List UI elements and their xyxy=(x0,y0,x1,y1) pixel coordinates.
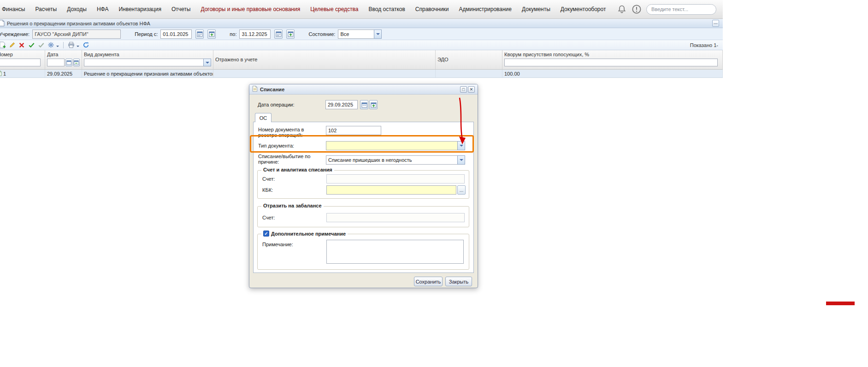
state-label: Состояние: xyxy=(308,31,335,37)
calendar-icon[interactable] xyxy=(360,100,368,109)
cell-quorum[interactable]: 100.00 xyxy=(502,70,723,77)
period-from-input[interactable] xyxy=(160,30,192,39)
chevron-down-icon[interactable] xyxy=(77,46,79,48)
application: Финансы Расчеты Доходы НФА Инвентаризаци… xyxy=(0,0,723,78)
dialog-header[interactable]: Списание □ ✕ xyxy=(249,84,478,95)
grid-header: Номер Дата Вид документа xyxy=(0,50,723,70)
chevron-down-icon[interactable] xyxy=(457,141,465,150)
operation-date-input[interactable] xyxy=(325,100,358,109)
chevron-down-icon[interactable] xyxy=(203,59,211,66)
period-to-input[interactable] xyxy=(239,30,271,39)
quorum-filter-input[interactable] xyxy=(504,59,718,66)
save-button[interactable]: Сохранить xyxy=(414,277,443,286)
institution-label: Учреждение: xyxy=(0,31,30,37)
kbk-input[interactable] xyxy=(326,185,456,195)
maximize-icon[interactable]: □ xyxy=(460,86,467,93)
column-date[interactable]: Дата xyxy=(45,50,82,69)
collapse-panel-button[interactable]: — xyxy=(712,20,719,27)
state-value[interactable] xyxy=(338,30,374,39)
lookup-dots-icon[interactable]: ... xyxy=(457,185,466,195)
chevron-down-icon[interactable] xyxy=(457,155,465,165)
close-icon[interactable]: ✕ xyxy=(468,86,475,93)
menu-administrirovanie[interactable]: Администрирование xyxy=(459,6,512,12)
offbalance-group: Отразить на забалансе Счет: xyxy=(257,206,469,227)
approve-icon[interactable] xyxy=(27,41,35,49)
offbalance-account-input[interactable] xyxy=(326,213,465,222)
document-icon xyxy=(0,20,5,27)
operation-date-label: Дата операции: xyxy=(258,102,295,107)
annotation-mark xyxy=(826,302,855,305)
writeoff-reason-input[interactable] xyxy=(326,155,457,165)
menu-finansy[interactable]: Финансы xyxy=(2,6,25,12)
doc-type-combobox[interactable] xyxy=(326,141,465,150)
dialog-title: Списание xyxy=(260,87,284,92)
note-legend: Дополнительное примечание xyxy=(271,231,346,237)
period-from-label: Период с: xyxy=(135,31,158,37)
account-label: Счет: xyxy=(262,176,275,182)
cell-number[interactable]: 1 xyxy=(0,70,45,77)
calendar-icon[interactable] xyxy=(195,30,204,39)
note-checkbox[interactable] xyxy=(263,231,269,237)
note-textarea[interactable] xyxy=(326,240,464,264)
menu-raschety[interactable]: Расчеты xyxy=(35,6,57,12)
cell-date[interactable]: 29.09.2025 xyxy=(45,70,82,77)
calendar-refresh-icon[interactable] xyxy=(286,30,295,39)
menu-dokumentooborot[interactable]: Документооборот xyxy=(561,6,606,12)
doc-kind-filter-input[interactable] xyxy=(84,59,203,66)
column-doc-kind[interactable]: Вид документа xyxy=(82,50,213,69)
calendar-refresh-icon[interactable] xyxy=(73,59,80,66)
institution-input[interactable] xyxy=(32,30,121,39)
state-combobox[interactable] xyxy=(338,30,382,39)
doc-type-input[interactable] xyxy=(326,141,457,150)
column-edo[interactable]: ЭДО xyxy=(436,50,502,69)
menu-dokhody[interactable]: Доходы xyxy=(67,6,87,12)
column-quorum[interactable]: Кворум присутствия голосующих, % xyxy=(502,50,723,69)
account-analytics-legend: Счет и аналитика списания xyxy=(261,167,334,172)
refresh-icon[interactable] xyxy=(82,41,90,49)
grid-toolbar: Показано 1- xyxy=(0,40,723,50)
period-to-label: по: xyxy=(230,31,236,37)
confirm-icon[interactable] xyxy=(37,41,45,49)
tab-os[interactable]: ОС xyxy=(255,113,272,122)
number-filter-input[interactable] xyxy=(0,59,41,66)
add-icon[interactable] xyxy=(0,41,6,49)
search-input[interactable] xyxy=(646,4,716,15)
cell-edo[interactable] xyxy=(436,70,502,77)
column-reflected[interactable]: Отражено в учете xyxy=(213,50,436,69)
menu-spravochniki[interactable]: Справочники xyxy=(415,6,449,12)
menu-otchety[interactable]: Отчеты xyxy=(171,6,190,12)
account-input[interactable] xyxy=(326,174,465,184)
menu-inventarizatsiya[interactable]: Инвентаризация xyxy=(118,6,161,12)
column-number[interactable]: Номер xyxy=(0,50,45,69)
cell-reflected[interactable] xyxy=(213,70,436,77)
shown-count-text: Показано 1- xyxy=(690,42,720,48)
date-filter-input[interactable] xyxy=(47,59,65,66)
offbalance-account-label: Счет: xyxy=(262,215,275,220)
cell-doc-kind[interactable]: Решение о прекращении признания активами… xyxy=(82,70,213,77)
menu-nfa[interactable]: НФА xyxy=(97,6,109,12)
writeoff-reason-combobox[interactable] xyxy=(326,155,465,165)
row-document-icon xyxy=(0,71,2,77)
calendar-refresh-icon[interactable] xyxy=(207,30,216,39)
bell-icon[interactable] xyxy=(617,4,627,14)
calendar-icon[interactable] xyxy=(274,30,283,39)
menu-tselevye-sredstva[interactable]: Целевые средства xyxy=(310,6,358,12)
alert-icon[interactable] xyxy=(632,4,642,14)
calendar-refresh-icon[interactable] xyxy=(369,100,378,109)
os-tab-panel: Номер документа в реестре операций: Тип … xyxy=(253,122,474,273)
menu-vvod-ostatkov[interactable]: Ввод остатков xyxy=(368,6,405,12)
menu-dogovory[interactable]: Договоры и иные правовые основания xyxy=(201,6,300,12)
actions-icon[interactable] xyxy=(47,41,55,49)
edit-icon[interactable] xyxy=(8,41,16,49)
close-button[interactable]: Закрыть xyxy=(445,277,472,286)
doc-kind-filter-combobox[interactable] xyxy=(84,59,211,66)
chevron-down-icon[interactable] xyxy=(56,46,59,48)
chevron-down-icon[interactable] xyxy=(374,30,382,39)
reg-number-input[interactable] xyxy=(326,126,381,135)
calendar-icon[interactable] xyxy=(65,59,72,66)
delete-icon[interactable] xyxy=(18,41,26,49)
menu-dokumenty[interactable]: Документы xyxy=(522,6,550,12)
table-row[interactable]: 1 29.09.2025 Решение о прекращении призн… xyxy=(0,70,723,78)
offbalance-legend: Отразить на забалансе xyxy=(261,203,324,208)
print-icon[interactable] xyxy=(67,41,75,49)
